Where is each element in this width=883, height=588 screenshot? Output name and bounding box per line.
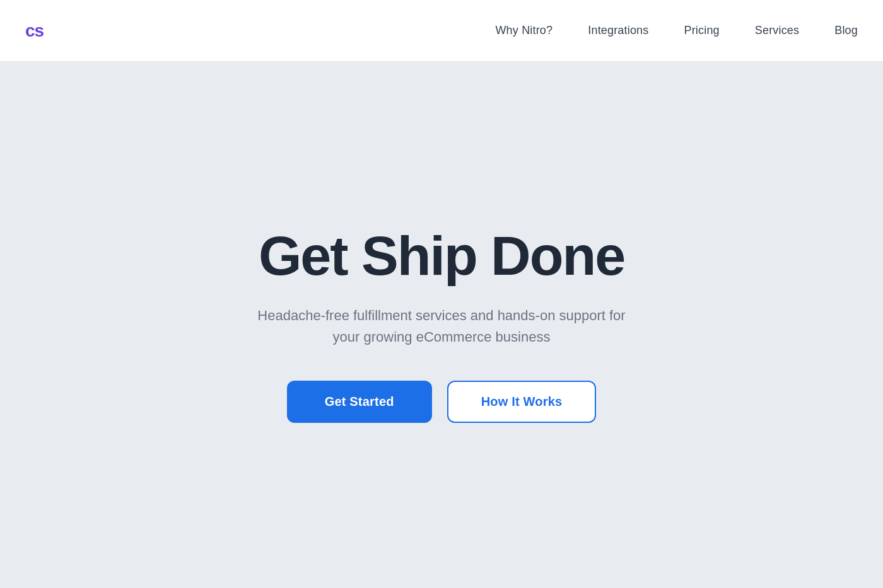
hero-title: Get Ship Done	[259, 227, 624, 285]
navbar: cs Why Nitro? Integrations Pricing Servi…	[0, 0, 883, 62]
nav-item-integrations[interactable]: Integrations	[588, 24, 648, 37]
nav-link-blog[interactable]: Blog	[834, 24, 858, 37]
nav-link-why-nitro[interactable]: Why Nitro?	[495, 24, 553, 37]
hero-section: Get Ship Done Headache-free fulfillment …	[0, 62, 883, 588]
nav-item-why-nitro[interactable]: Why Nitro?	[495, 24, 553, 37]
nav-item-blog[interactable]: Blog	[834, 24, 858, 37]
nav-item-pricing[interactable]: Pricing	[684, 24, 720, 37]
nav-link-pricing[interactable]: Pricing	[684, 24, 720, 37]
how-it-works-button[interactable]: How It Works	[447, 381, 597, 423]
nav-link-integrations[interactable]: Integrations	[588, 24, 648, 37]
hero-subtitle: Headache-free fulfillment services and h…	[246, 305, 637, 348]
get-started-button[interactable]: Get Started	[287, 381, 432, 423]
hero-buttons: Get Started How It Works	[287, 381, 597, 423]
nav-item-services[interactable]: Services	[755, 24, 799, 37]
logo[interactable]: cs	[25, 21, 44, 41]
nav-links: Why Nitro? Integrations Pricing Services…	[495, 24, 858, 37]
nav-link-services[interactable]: Services	[755, 24, 799, 37]
